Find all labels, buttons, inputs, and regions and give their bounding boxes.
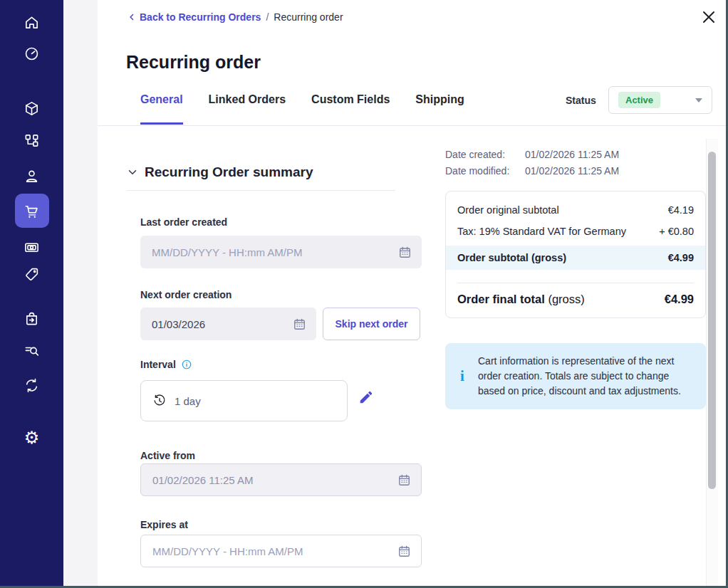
final-total-value: €4.99 xyxy=(665,293,694,306)
total-row-tax: Tax: 19% Standard VAT for Germany + €0.8… xyxy=(446,226,705,237)
search-list-icon xyxy=(24,343,40,359)
status-dropdown[interactable]: Active xyxy=(608,86,712,114)
total-row-label: Tax: 19% Standard VAT for Germany xyxy=(457,226,626,237)
sidebar-item-settings[interactable]: ⚙ xyxy=(0,429,63,446)
calendar-icon[interactable] xyxy=(397,545,411,558)
breadcrumb: Back to Recurring Orders / Recurring ord… xyxy=(127,11,343,23)
breadcrumb-current: Recurring order xyxy=(274,11,343,23)
sidebar-item-shop[interactable] xyxy=(0,310,63,327)
calendar-icon[interactable] xyxy=(398,246,412,259)
final-total-label: Order final total (gross) xyxy=(457,293,585,306)
tab-shipping[interactable]: Shipping xyxy=(415,93,464,125)
chevron-down-icon xyxy=(695,98,702,103)
sidebar-item-marketing[interactable] xyxy=(0,266,63,283)
close-button[interactable] xyxy=(700,8,718,26)
breadcrumb-separator: / xyxy=(266,11,269,23)
customers-icon xyxy=(24,168,40,184)
sidebar-active-highlight xyxy=(15,194,49,228)
total-row-final: Order final total (gross) €4.99 xyxy=(446,283,705,317)
date-created-label: Date created: xyxy=(445,147,525,163)
chevron-down-icon xyxy=(127,167,138,178)
sidebar-item-products[interactable] xyxy=(0,100,63,117)
active-from-field xyxy=(140,463,422,496)
interval-value-box: 1 day xyxy=(140,380,348,421)
next-order-creation-input[interactable] xyxy=(152,318,286,330)
calendar-icon[interactable] xyxy=(293,317,306,331)
total-row-subtotal-gross: Order subtotal (gross) €4.99 xyxy=(446,246,705,270)
payments-icon xyxy=(24,239,40,256)
sidebar-item-categories[interactable] xyxy=(0,132,63,149)
tab-custom-fields[interactable]: Custom Fields xyxy=(311,93,390,125)
summary-section-toggle[interactable]: Recurring Order summary xyxy=(127,164,313,180)
sidebar-item-dashboard[interactable] xyxy=(0,46,63,62)
final-total-label-bold: Order final total xyxy=(457,293,545,305)
breadcrumb-back-link[interactable]: Back to Recurring Orders xyxy=(127,11,261,23)
sidebar-item-sync[interactable] xyxy=(0,377,63,394)
cart-info-notice: i Cart information is representative of … xyxy=(445,343,706,409)
notice-text: Cart information is representative of th… xyxy=(478,354,695,399)
total-row-label: Order subtotal (gross) xyxy=(457,252,566,263)
shop-bag-icon xyxy=(24,310,40,327)
interval-label: Interval xyxy=(140,359,192,370)
close-icon xyxy=(700,8,718,26)
date-modified-row: Date modified: 01/02/2026 11:25 AM xyxy=(445,163,619,179)
last-order-created-label: Last order created xyxy=(140,216,227,228)
home-icon xyxy=(24,14,40,31)
total-row-value: €4.19 xyxy=(668,204,694,216)
interval-label-text: Interval xyxy=(140,359,176,370)
main-sidebar: ⚙ xyxy=(0,0,63,586)
date-meta: Date created: 01/02/2026 11:25 AM Date m… xyxy=(445,147,619,179)
total-row-label: Order original subtotal xyxy=(457,204,559,216)
active-from-label: Active from xyxy=(140,450,195,461)
total-row-value: + €0.80 xyxy=(659,226,694,237)
total-row-value: €4.99 xyxy=(668,252,694,263)
scrollbar-thumb[interactable] xyxy=(708,152,716,489)
breadcrumb-back-label: Back to Recurring Orders xyxy=(140,11,261,23)
status-label: Status xyxy=(566,95,596,106)
calendar-icon[interactable] xyxy=(397,473,411,487)
active-from-input[interactable] xyxy=(152,474,390,486)
history-icon xyxy=(152,394,167,408)
sync-icon xyxy=(24,377,40,394)
date-created-value: 01/02/2026 11:25 AM xyxy=(525,147,619,163)
last-order-created-field xyxy=(140,236,422,268)
tab-general[interactable]: General xyxy=(140,93,183,125)
final-total-label-suffix: (gross) xyxy=(548,293,584,305)
date-modified-value: 01/02/2026 11:25 AM xyxy=(525,163,619,179)
page-background-gutter xyxy=(63,0,98,586)
page-title: Recurring order xyxy=(126,52,261,73)
total-row-original-subtotal: Order original subtotal €4.19 xyxy=(446,204,705,216)
expires-at-input[interactable] xyxy=(152,545,390,557)
chevron-left-icon xyxy=(127,12,137,22)
sidebar-item-search[interactable] xyxy=(0,343,63,359)
sidebar-item-customers[interactable] xyxy=(0,168,63,184)
section-divider xyxy=(127,190,395,191)
edit-interval-button[interactable] xyxy=(358,389,377,408)
orders-cart-icon xyxy=(24,203,40,219)
products-cube-icon xyxy=(24,100,40,117)
marketing-tag-icon xyxy=(24,266,40,283)
next-order-creation-label: Next order creation xyxy=(140,289,232,300)
sidebar-item-home[interactable] xyxy=(0,14,63,31)
interval-value: 1 day xyxy=(175,395,201,407)
status-badge: Active xyxy=(618,92,660,108)
categories-icon xyxy=(24,132,40,149)
date-created-row: Date created: 01/02/2026 11:25 AM xyxy=(445,147,619,163)
summary-section-title: Recurring Order summary xyxy=(145,164,313,180)
settings-gear-icon: ⚙ xyxy=(24,429,40,446)
tab-linked-orders[interactable]: Linked Orders xyxy=(209,93,286,125)
last-order-created-input[interactable] xyxy=(152,246,391,258)
tabs-divider xyxy=(98,125,726,126)
recurring-order-window: ⚙ Back to Recurring Orders / Recurring o… xyxy=(0,0,728,588)
dashboard-icon xyxy=(24,46,40,62)
info-icon: i xyxy=(454,354,471,399)
expires-at-field xyxy=(140,535,422,567)
info-icon[interactable] xyxy=(181,359,192,370)
sidebar-item-orders[interactable] xyxy=(0,194,63,228)
order-totals-card: Order original subtotal €4.19 Tax: 19% S… xyxy=(445,191,706,318)
expires-at-label: Expires at xyxy=(140,519,188,530)
pencil-icon xyxy=(358,389,374,405)
skip-next-order-button[interactable]: Skip next order xyxy=(323,308,420,340)
sidebar-item-payments[interactable] xyxy=(0,239,63,256)
date-modified-label: Date modified: xyxy=(445,163,525,179)
